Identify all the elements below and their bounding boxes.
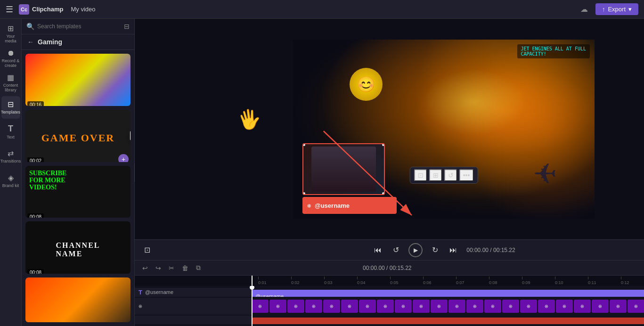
twitch-icon-10[interactable]: ⎈ xyxy=(413,300,430,313)
twitch-icon-20[interactable]: ⎈ xyxy=(592,300,609,313)
twitch-icon-3[interactable]: ⎈ xyxy=(287,300,304,313)
resize-button[interactable]: ⊞ xyxy=(429,169,442,181)
sidebar-item-brand-kit[interactable]: ◈ Brand kit xyxy=(1,170,20,192)
timeline-area: ↩ ↪ ✂ 🗑 ⧉ 00:00.00 / 00:15.22 − + ⤢ xyxy=(135,260,644,326)
twitch-icon-4[interactable]: ⎈ xyxy=(305,300,322,313)
export-button[interactable]: ↑ Export ▾ xyxy=(595,3,638,15)
webcam-person xyxy=(311,147,376,191)
twitch-icon-12[interactable]: ⎈ xyxy=(448,300,465,313)
sidebar-item-content-library[interactable]: ▦ Content library xyxy=(1,72,20,94)
forward-button[interactable]: ↻ xyxy=(430,244,440,256)
twitch-logo-icon: ⎈ xyxy=(307,202,311,209)
track-text-icon: T xyxy=(139,289,142,296)
topbar: ☰ Cc Clipchamp My video ☁ ↑ Export ▾ xyxy=(0,0,644,19)
export-label: Export xyxy=(608,6,626,13)
twitch-icon-18[interactable]: ⎈ xyxy=(556,300,573,313)
export-arrow-icon: ↑ xyxy=(602,6,605,13)
ruler-mark-4: 0:04 xyxy=(357,277,390,285)
sidebar-item-your-media[interactable]: ⊞ Your media xyxy=(1,23,20,45)
logo-icon: Cc xyxy=(19,4,29,15)
template-item-fire[interactable]: 00:10 xyxy=(25,277,130,322)
preview-area: 16:9 ✈ JET ENGINES ALL AT FULLCAPACITY! … xyxy=(135,19,644,239)
playback-time: 00:00.00 / 00:15.22 xyxy=(466,247,515,253)
template-item-outro[interactable]: SUBSCRIBEFOR MOREVIDEOS! 00:08 Modern ga… xyxy=(25,166,130,218)
sidebar-label-content-library: Content library xyxy=(1,83,20,93)
video-track-bar[interactable] xyxy=(252,318,644,325)
main-area: ⊞ Your media ⏺ Record &create ▦ Content … xyxy=(0,19,644,326)
twitch-icon-5[interactable]: ⎈ xyxy=(323,300,340,313)
more-options-button[interactable]: ••• xyxy=(459,169,474,181)
timeline-toolbar: ↩ ↪ ✂ 🗑 ⧉ 00:00.00 / 00:15.22 − + ⤢ xyxy=(135,261,644,276)
twitch-icon-13[interactable]: ⎈ xyxy=(466,300,483,313)
template-duration-geometric: 00:02 xyxy=(27,157,44,162)
ruler-mark-12: 0:12 xyxy=(621,277,644,285)
twitch-icon-6[interactable]: ⎈ xyxy=(341,300,358,313)
play-button[interactable]: ▶ xyxy=(408,243,423,257)
template-item-geometric[interactable]: GAME OVER 00:02 + Geometric gameplay vid… xyxy=(25,110,130,162)
sidebar-item-record-create[interactable]: ⏺ Record &create xyxy=(1,47,20,70)
timeline-ruler: 0:01 0:02 0:03 0:04 0:05 0:06 0:07 0:08 … xyxy=(135,276,644,286)
skip-back-button[interactable]: ⏮ xyxy=(372,244,383,256)
track-content-text[interactable]: @username xyxy=(252,288,644,297)
undo-button[interactable]: ↩ xyxy=(140,263,150,273)
left-sidebar: ⊞ Your media ⏺ Record &create ▦ Content … xyxy=(0,19,22,326)
use-template-tooltip: Use template xyxy=(130,130,130,141)
twitch-icon-19[interactable]: ⎈ xyxy=(574,300,591,313)
duplicate-button[interactable]: ⧉ xyxy=(194,263,203,273)
twitch-icon-11[interactable]: ⎈ xyxy=(431,300,448,313)
rewind-button[interactable]: ↺ xyxy=(391,244,401,256)
ruler-mark-5: 0:05 xyxy=(390,277,423,285)
filter-icon[interactable]: ⊟ xyxy=(124,23,130,30)
pip-button[interactable]: ⊡ xyxy=(142,244,152,256)
content-library-icon: ▦ xyxy=(7,73,14,82)
sidebar-item-templates[interactable]: ⊟ Templates xyxy=(1,96,20,119)
template-thumb-rainbow: 00:16 xyxy=(25,54,130,106)
twitch-bar: ⎈ @username xyxy=(302,197,397,214)
twitch-icon-1[interactable]: ⎈ xyxy=(252,300,269,313)
sidebar-item-transitions[interactable]: ⇄ Transitions xyxy=(1,145,20,168)
time-separator: / xyxy=(490,247,493,253)
twitch-icon-2[interactable]: ⎈ xyxy=(269,300,286,313)
redo-button[interactable]: ↪ xyxy=(154,263,163,273)
timeline-tracks: T @username @username ⎈ xyxy=(135,286,644,326)
twitch-icon-17[interactable]: ⎈ xyxy=(538,300,555,313)
twitch-icon-7[interactable]: ⎈ xyxy=(359,300,376,313)
track-content-twitch[interactable]: ⎈ ⎈ ⎈ ⎈ ⎈ ⎈ ⎈ ⎈ ⎈ ⎈ ⎈ ⎈ xyxy=(252,298,644,315)
track-content-video[interactable] xyxy=(252,316,644,325)
back-button[interactable]: ← Gaming xyxy=(22,34,134,50)
timeline-time-display: 00:00.00 / 00:15.22 xyxy=(363,265,411,271)
menu-icon[interactable]: ☰ xyxy=(6,4,13,15)
resize-handle-bl[interactable] xyxy=(302,192,305,195)
rotate-button[interactable]: ↺ xyxy=(444,169,457,181)
sidebar-item-text[interactable]: T Text xyxy=(1,121,20,143)
template-item-intro[interactable]: CHANNELNAME 00:08 Modern gaming Youtube … xyxy=(25,221,130,274)
twitch-icon-14[interactable]: ⎈ xyxy=(484,300,501,313)
track-label-video xyxy=(135,316,252,325)
webcam-overlay[interactable] xyxy=(302,143,385,195)
cut-button[interactable]: ✂ xyxy=(167,263,176,273)
delete-button[interactable]: 🗑 xyxy=(180,263,190,273)
twitch-icon-21[interactable]: ⎈ xyxy=(610,300,627,313)
template-item-rainbow[interactable]: 00:16 Rainbow gameplay video layout xyxy=(25,54,130,106)
search-input[interactable] xyxy=(37,23,121,30)
template-duration-rainbow: 00:16 xyxy=(27,101,44,106)
ruler-marks: 0:01 0:02 0:03 0:04 0:05 0:06 0:07 0:08 … xyxy=(252,277,644,285)
text-track-bar[interactable]: @username xyxy=(252,290,644,297)
resize-handle-tl[interactable] xyxy=(302,143,305,146)
text-icon: T xyxy=(8,124,13,134)
twitch-icon-9[interactable]: ⎈ xyxy=(395,300,412,313)
twitch-icon-8[interactable]: ⎈ xyxy=(377,300,394,313)
skip-forward-button[interactable]: ⏭ xyxy=(448,244,459,256)
twitch-icon-15[interactable]: ⎈ xyxy=(502,300,519,313)
ruler-mark-0 xyxy=(252,277,258,285)
search-icon: 🔍 xyxy=(26,23,34,30)
template-add-btn[interactable]: + xyxy=(118,154,129,162)
crop-button[interactable]: ⊡ xyxy=(414,169,427,181)
twitch-icon-22[interactable]: ⎈ xyxy=(628,300,644,313)
project-title[interactable]: My video xyxy=(71,6,95,13)
twitch-icon-16[interactable]: ⎈ xyxy=(520,300,537,313)
brand-kit-icon: ◈ xyxy=(8,173,14,182)
resize-handle-tr[interactable] xyxy=(382,143,385,146)
cursor-hand: 🖐 xyxy=(236,106,262,132)
jet-silhouette: ✈ xyxy=(533,157,557,190)
